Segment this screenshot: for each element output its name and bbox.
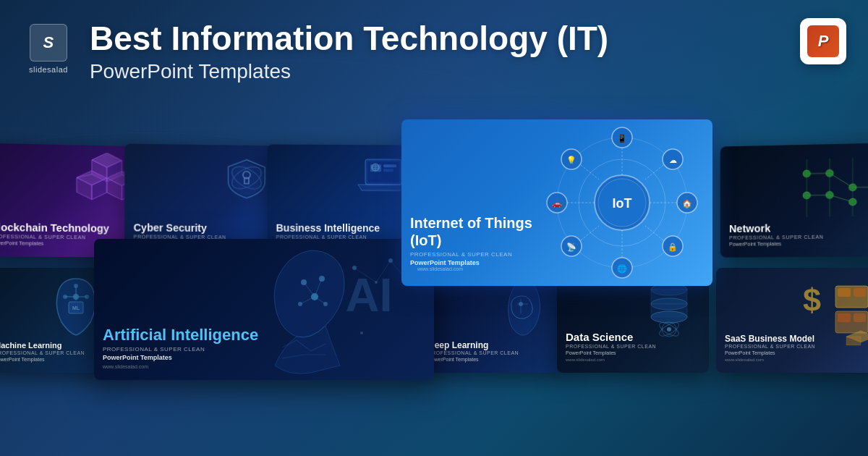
- iot-tag: Professional & Super Clean: [410, 251, 537, 258]
- svg-line-48: [645, 165, 663, 180]
- network-card[interactable]: Network Professional & Super Clean Power…: [720, 143, 868, 257]
- saas-tag: Professional & Super Clean: [725, 344, 868, 349]
- data-card-content: Data Science Professional & Super Clean …: [557, 324, 709, 373]
- svg-point-73: [73, 294, 79, 300]
- iot-card-content: Internet of Things (IoT) Professional & …: [401, 207, 546, 286]
- svg-point-98: [360, 332, 363, 334]
- logo-area: S slidesalad: [29, 24, 68, 74]
- svg-point-70: [849, 198, 857, 206]
- svg-rect-120: [854, 313, 866, 322]
- ml-subtitle: PowerPoint Templates: [0, 357, 100, 362]
- saas-subtitle: PowerPoint Templates: [725, 350, 868, 355]
- svg-text:🌐: 🌐: [617, 263, 627, 274]
- data-tag: Professional & Super Clean: [566, 344, 700, 349]
- cards-container: Blockchain Technology Professional & Sup…: [0, 145, 868, 456]
- ml-tag: Professional & Super Clean: [0, 350, 100, 355]
- svg-point-69: [826, 191, 834, 198]
- deep-tag: Professional & Super Clean: [428, 350, 556, 355]
- saas-title: SaaS Business Model: [725, 334, 868, 344]
- svg-text:$: $: [803, 282, 821, 318]
- logo-text: slidesalad: [29, 65, 68, 74]
- data-title: Data Science: [566, 331, 700, 344]
- title-area: Best Information Technology (IT) PowerPo…: [90, 20, 839, 83]
- logo-box: S: [30, 24, 67, 62]
- svg-rect-119: [838, 313, 851, 322]
- svg-line-54: [581, 165, 599, 180]
- svg-rect-117: [838, 288, 851, 297]
- ai-card[interactable]: AI Artificial Intelligence Professional …: [94, 239, 434, 380]
- header: S slidesalad Best Information Technology…: [0, 0, 868, 145]
- svg-text:🔒: 🔒: [668, 242, 678, 252]
- svg-point-76: [74, 284, 78, 288]
- svg-line-52: [581, 226, 599, 240]
- svg-text:🚗: 🚗: [552, 198, 562, 208]
- logo-letter: S: [43, 33, 54, 52]
- svg-point-66: [849, 184, 857, 191]
- saas-url: www.slidesalad.com: [725, 358, 868, 362]
- ml-card-content: Machine Learning Professional & Super Cl…: [0, 334, 109, 373]
- ai-url: www.slidesalad.com: [103, 364, 288, 369]
- svg-text:🏠: 🏠: [682, 198, 692, 208]
- saas-card[interactable]: $ SaaS Business Model Professional & Sup…: [716, 268, 868, 373]
- deep-card-content: Deep Learning Professional & Super Clean…: [420, 333, 564, 373]
- data-subtitle: PowerPoint Templates: [566, 350, 700, 355]
- svg-line-50: [645, 226, 663, 240]
- svg-point-64: [803, 170, 811, 177]
- svg-point-109: [651, 311, 687, 323]
- ml-title: Machine Learning: [0, 341, 100, 350]
- saas-card-content: SaaS Business Model Professional & Super…: [716, 326, 868, 373]
- svg-text:AI: AI: [346, 269, 393, 321]
- svg-text:ML: ML: [72, 305, 80, 311]
- network-card-content: Network Professional & Super Clean Power…: [720, 214, 868, 258]
- svg-text:📡: 📡: [566, 242, 576, 252]
- network-tag: Professional & Super Clean: [729, 234, 868, 240]
- bi-title: Business Intelligence: [276, 222, 411, 235]
- svg-text:IoT: IoT: [613, 196, 632, 211]
- svg-rect-22: [383, 169, 393, 172]
- svg-point-104: [519, 302, 523, 306]
- cyber-title: Cyber Security: [134, 222, 271, 235]
- main-title: Best Information Technology (IT): [90, 20, 839, 57]
- iot-title: Internet of Things (IoT): [410, 214, 537, 249]
- svg-text:💡: 💡: [566, 155, 576, 165]
- svg-point-74: [63, 295, 67, 299]
- ai-card-content: Artificial Intelligence Professional & S…: [94, 318, 297, 380]
- ai-subtitle: PowerPoint Templates: [103, 354, 288, 361]
- ai-title: Artificial Intelligence: [103, 326, 288, 345]
- svg-rect-21: [383, 164, 396, 167]
- svg-text:☁: ☁: [669, 156, 677, 164]
- svg-point-65: [826, 169, 834, 177]
- svg-point-75: [85, 295, 89, 299]
- iot-url: www.slidesalad.com: [417, 266, 545, 271]
- network-title: Network: [729, 221, 868, 235]
- ml-card[interactable]: ML Machine Learning Professional & Super…: [0, 268, 109, 373]
- deep-subtitle: PowerPoint Templates: [428, 357, 556, 362]
- iot-diagram: IoT 📱 ☁ 🏠 🔒 🌐 📡: [539, 127, 705, 279]
- deep-title: Deep Learning: [428, 340, 556, 350]
- svg-point-68: [803, 192, 811, 199]
- data-url: www.slidesalad.com: [566, 358, 700, 362]
- ai-tag: Professional & Super Clean: [103, 346, 288, 352]
- network-subtitle: PowerPoint Templates: [729, 240, 868, 247]
- svg-rect-118: [854, 288, 866, 297]
- sub-title: PowerPoint Templates: [90, 60, 839, 83]
- iot-subtitle: PowerPoint Templates: [410, 259, 537, 266]
- blockchain-title: Blockchain Technology: [0, 221, 132, 235]
